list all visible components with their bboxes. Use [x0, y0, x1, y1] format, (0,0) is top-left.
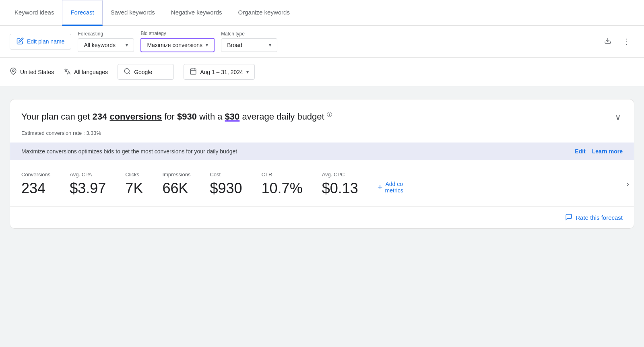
metric-item: CTR10.7%	[262, 171, 303, 197]
add-custom-metrics-button[interactable]: +Add cometrics	[378, 181, 403, 197]
card-footer: Rate this forecast	[10, 207, 634, 228]
metric-value: $930	[210, 180, 242, 197]
chevron-down-icon: ∨	[615, 113, 621, 122]
search-engine-dropdown[interactable]: Google	[118, 64, 174, 80]
search-engine-value: Google	[134, 69, 152, 75]
metric-label: Avg. CPA	[70, 171, 106, 178]
pencil-icon	[17, 37, 24, 46]
metric-label: Conversions	[21, 171, 50, 178]
title-prefix: Your plan can get	[21, 112, 93, 122]
conversions-label: conversions	[109, 112, 162, 122]
forecasting-arrow-icon: ▾	[126, 42, 128, 48]
download-button[interactable]	[601, 34, 615, 50]
add-metrics-label: Add cometrics	[385, 181, 403, 194]
edit-plan-button[interactable]: Edit plan name	[10, 34, 71, 50]
metric-item: Cost$930	[210, 171, 242, 197]
language-filter: All languages	[64, 68, 108, 76]
metrics-fade	[602, 160, 634, 207]
match-type-value: Broad	[227, 42, 242, 48]
info-banner: Maximize conversions optimizes bids to g…	[10, 143, 634, 160]
budget-value: $30	[225, 112, 240, 122]
main-content: Your plan can get 234 conversions for $9…	[0, 89, 644, 238]
svg-point-1	[12, 70, 14, 72]
filters-row: United States All languages Google	[0, 58, 644, 89]
conversions-count: 234	[93, 112, 107, 122]
search-engine-icon	[124, 68, 131, 76]
toolbar-actions: ⋮	[601, 33, 634, 50]
metric-value: $0.13	[322, 180, 358, 197]
collapse-button[interactable]: ∨	[613, 111, 623, 124]
metric-item: Conversions234	[21, 171, 50, 197]
edit-link[interactable]: Edit	[575, 148, 585, 155]
bid-strategy-dropdown[interactable]: Maximize conversions ▾	[140, 38, 215, 52]
date-range-arrow-icon: ▾	[246, 69, 249, 75]
metric-label: Cost	[210, 171, 242, 178]
metric-value: 234	[21, 180, 50, 197]
location-icon	[10, 68, 17, 76]
rate-forecast-label: Rate this forecast	[576, 214, 623, 221]
banner-text: Maximize conversions optimizes bids to g…	[21, 148, 237, 155]
metric-label: Impressions	[162, 171, 190, 178]
forecasting-group: Forecasting All keywords ▾	[78, 31, 134, 52]
forecasting-label: Forecasting	[78, 31, 134, 37]
svg-rect-4	[190, 69, 196, 74]
metric-item: Avg. CPC$0.13	[322, 171, 358, 197]
metric-value: 10.7%	[262, 180, 303, 197]
learn-more-link[interactable]: Learn more	[592, 148, 623, 155]
svg-point-2	[124, 68, 129, 73]
location-filter: United States	[10, 68, 54, 76]
location-value: United States	[20, 69, 54, 75]
help-icon[interactable]: ⓘ	[327, 112, 332, 118]
svg-line-3	[129, 72, 130, 74]
toolbar: Edit plan name Forecasting All keywords …	[0, 26, 644, 58]
tab-saved-keywords[interactable]: Saved keywords	[103, 0, 163, 26]
bid-strategy-arrow-icon: ▾	[206, 42, 208, 48]
summary-title: Your plan can get 234 conversions for $9…	[21, 111, 332, 123]
feedback-icon	[565, 213, 572, 222]
match-type-label: Match type	[221, 31, 277, 37]
plus-icon: +	[378, 182, 383, 192]
forecasting-dropdown[interactable]: All keywords ▾	[78, 38, 134, 52]
banner-links: Edit Learn more	[575, 148, 623, 155]
budget-suffix: average daily budget	[239, 112, 324, 122]
tab-negative-keywords[interactable]: Negative keywords	[163, 0, 230, 26]
calendar-icon	[190, 68, 197, 76]
forecasting-value: All keywords	[84, 42, 116, 48]
bid-strategy-group: Bid strategy Maximize conversions ▾	[140, 31, 215, 52]
match-type-group: Match type Broad ▾	[221, 31, 277, 52]
estimated-rate: Estimated conversion rate : 3.33%	[10, 130, 634, 143]
rate-forecast-button[interactable]: Rate this forecast	[565, 213, 623, 222]
date-range-value: Aug 1 – 31, 2024	[200, 69, 243, 75]
metric-value: 7K	[125, 180, 143, 197]
more-options-button[interactable]: ⋮	[619, 33, 634, 50]
cost-label: for	[164, 112, 177, 122]
language-icon	[64, 68, 71, 76]
edit-plan-label: Edit plan name	[27, 38, 64, 45]
metric-value: 66K	[162, 180, 190, 197]
download-icon	[604, 37, 611, 46]
tab-forecast[interactable]: Forecast	[62, 0, 102, 26]
metric-item: Clicks7K	[125, 171, 143, 197]
bid-strategy-label: Bid strategy	[140, 31, 215, 36]
top-nav: Keyword ideas Forecast Saved keywords Ne…	[0, 0, 644, 26]
metric-item: Impressions66K	[162, 171, 190, 197]
metric-label: Avg. CPC	[322, 171, 358, 178]
tab-keyword-ideas[interactable]: Keyword ideas	[6, 0, 62, 26]
metrics-row: Conversions234Avg. CPA$3.97Clicks7KImpre…	[10, 160, 634, 207]
summary-header: Your plan can get 234 conversions for $9…	[10, 99, 634, 130]
match-type-dropdown[interactable]: Broad ▾	[221, 38, 277, 52]
language-value: All languages	[74, 69, 108, 75]
summary-card: Your plan can get 234 conversions for $9…	[10, 99, 634, 229]
metric-item: Avg. CPA$3.97	[70, 171, 106, 197]
date-range-dropdown[interactable]: Aug 1 – 31, 2024 ▾	[184, 64, 255, 80]
tab-organize-keywords[interactable]: Organize keywords	[230, 0, 298, 26]
next-metrics-button[interactable]: ›	[626, 179, 629, 188]
metric-label: Clicks	[125, 171, 143, 178]
cost-value: $930	[177, 112, 197, 122]
metric-value: $3.97	[70, 180, 106, 197]
more-options-icon: ⋮	[623, 37, 631, 46]
metric-label: CTR	[262, 171, 303, 178]
bid-strategy-value: Maximize conversions	[147, 42, 202, 48]
budget-prefix: with a	[197, 112, 225, 122]
match-type-arrow-icon: ▾	[269, 42, 271, 48]
